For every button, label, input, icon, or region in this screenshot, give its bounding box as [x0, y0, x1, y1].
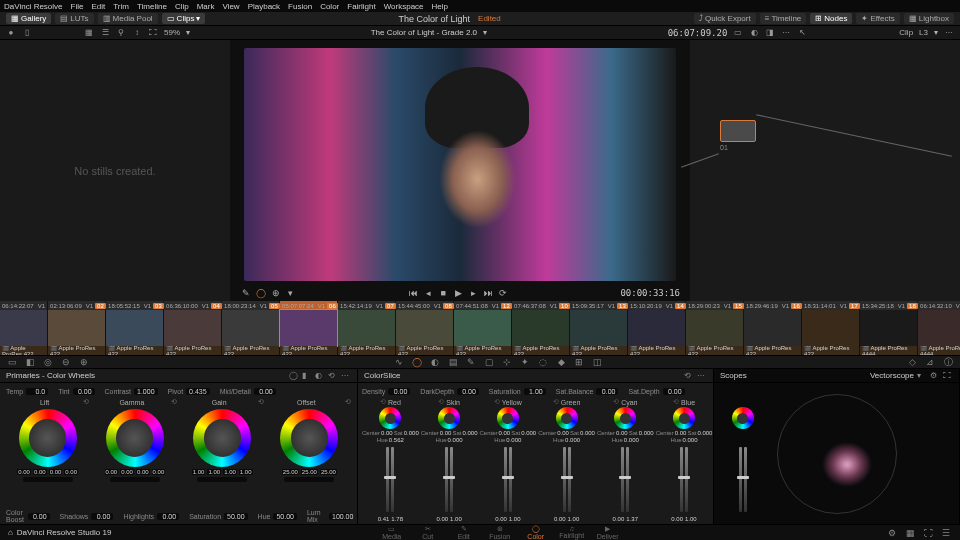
thumbnail-clip[interactable]: 07:44:51:08V112🎬 Apple ProRes 422 ...: [454, 301, 511, 355]
wheel-values[interactable]: 0.000.000.000.00: [17, 469, 78, 475]
chevron-down-icon[interactable]: ▾: [934, 28, 938, 37]
nodes-toggle[interactable]: ⊞Nodes: [810, 13, 852, 24]
slice-sat-value[interactable]: 1.00: [524, 388, 546, 395]
prev-frame-icon[interactable]: ◂: [423, 288, 434, 299]
monitor-icon[interactable]: ▭: [733, 28, 743, 38]
grade-title[interactable]: The Color of Light - Grade 2.0: [371, 28, 477, 37]
page-media[interactable]: ▭Media: [374, 524, 410, 540]
color-wheel[interactable]: [19, 409, 77, 467]
scope-settings-icon[interactable]: ⚙: [930, 371, 940, 381]
wheel-values[interactable]: 1.001.001.001.00: [192, 469, 253, 475]
gallery-toggle[interactable]: ▦Gallery: [6, 13, 51, 24]
luts-toggle[interactable]: ▤LUTs: [55, 13, 93, 24]
home-button[interactable]: ⌂ DaVinci Resolve Studio 19: [0, 528, 119, 537]
thumbnail-clip[interactable]: 06:14:22:07V1🎬 Apple ProRes 422 ...: [0, 301, 47, 355]
magic-icon[interactable]: ✦: [519, 356, 531, 368]
menu-file[interactable]: File: [71, 2, 84, 11]
page-cut[interactable]: ✂Cut: [410, 524, 446, 540]
reset-icon[interactable]: ⟲: [684, 371, 694, 381]
menu-clip[interactable]: Clip: [175, 2, 189, 11]
reset-icon[interactable]: ⟲: [380, 398, 386, 406]
thumbnail-clip[interactable]: 06:36:10:00V104🎬 Apple ProRes 422 ...: [164, 301, 221, 355]
thumbnail-clip[interactable]: 15:34:25:18V118🎬 Apple ProRes 4444: [860, 301, 917, 355]
thumbnail-clip[interactable]: 18:05:52:15V103🎬 Apple ProRes 422 ...: [106, 301, 163, 355]
page-deliver[interactable]: ▶Deliver: [590, 524, 626, 540]
key-icon[interactable]: ◆: [555, 356, 567, 368]
bars-mode-icon[interactable]: ▮: [302, 371, 312, 381]
node-editor[interactable]: 01: [690, 40, 960, 301]
tint-value[interactable]: 0.00: [73, 388, 95, 395]
slice-sliders[interactable]: [656, 443, 713, 516]
reset-icon[interactable]: ⟲: [83, 398, 89, 406]
reset-icon[interactable]: ⟲: [258, 398, 264, 406]
slice-center[interactable]: Center 0.00 Sat 0.000: [656, 430, 713, 436]
wheel-values[interactable]: 25.0025.0025.00: [282, 469, 337, 475]
reset-icon[interactable]: ⟲: [673, 398, 679, 406]
keyframe-icon[interactable]: ◇: [906, 356, 918, 368]
first-frame-icon[interactable]: ⏮: [408, 288, 419, 299]
rgb-icon[interactable]: ▤: [447, 356, 459, 368]
3d-icon[interactable]: ◫: [591, 356, 603, 368]
clips-toggle[interactable]: ▭Clips▾: [162, 13, 206, 24]
media-pool-toggle[interactable]: ▥Media Pool: [98, 13, 158, 24]
wheel-values[interactable]: 0.000.000.000.00: [105, 469, 166, 475]
more-icon[interactable]: ⋯: [781, 28, 791, 38]
play-icon[interactable]: ▶: [453, 288, 464, 299]
slice-center[interactable]: Center 0.00 Sat 0.000: [421, 430, 478, 436]
loop-icon[interactable]: ⟳: [498, 288, 509, 299]
density-value[interactable]: 0.00: [388, 388, 410, 395]
info-icon[interactable]: ⓘ: [942, 356, 954, 368]
sort-icon[interactable]: ↕: [132, 28, 142, 38]
menu-edit[interactable]: Edit: [91, 2, 105, 11]
node-1[interactable]: [720, 120, 756, 142]
slice-wheel[interactable]: [379, 407, 401, 429]
log-mode-icon[interactable]: ◐: [315, 371, 325, 381]
wheel-jog[interactable]: [197, 477, 247, 482]
chevron-down-icon[interactable]: ▾: [917, 371, 927, 381]
tracker-icon[interactable]: ⊹: [501, 356, 513, 368]
curves-icon[interactable]: ∿: [393, 356, 405, 368]
slice-bottom-values[interactable]: 0.001.00: [436, 516, 461, 522]
timeline-mode-icon[interactable]: ▭: [6, 356, 18, 368]
hue-value[interactable]: 50.00: [273, 513, 297, 520]
slice-center[interactable]: Center 0.00 Sat 0.000: [538, 430, 595, 436]
scope-mode[interactable]: Vectorscope: [870, 371, 914, 380]
project-settings-icon[interactable]: ⚙: [888, 528, 898, 538]
zoom-in-icon[interactable]: ⊕: [78, 356, 90, 368]
saturation-value[interactable]: 50.00: [224, 513, 248, 520]
effects-toggle[interactable]: ✦Effects: [856, 13, 899, 24]
record-icon[interactable]: ●: [6, 28, 16, 38]
thumbnail-clip[interactable]: 18:29:46:19V116🎬 Apple ProRes 422 ...: [744, 301, 801, 355]
menu-fairlight[interactable]: Fairlight: [347, 2, 375, 11]
menu-timeline[interactable]: Timeline: [137, 2, 167, 11]
menu-color[interactable]: Color: [320, 2, 339, 11]
timeline-toggle[interactable]: ≡Timeline: [760, 13, 807, 24]
pivot-value[interactable]: 0.435: [186, 388, 210, 395]
qualifier-icon[interactable]: ✎: [240, 288, 251, 299]
scopes-icon[interactable]: ⊿: [924, 356, 936, 368]
highlights-value[interactable]: 0.00: [157, 513, 179, 520]
thumbnail-clip[interactable]: 07:46:37:08V110🎬 Apple ProRes 422 ...: [512, 301, 569, 355]
openfx-icon[interactable]: ⊕: [270, 288, 281, 299]
wipe-icon[interactable]: ◨: [765, 28, 775, 38]
slice-center[interactable]: Center 0.00 Sat 0.000: [597, 430, 654, 436]
menu-trim[interactable]: Trim: [113, 2, 129, 11]
thumbnail-clip[interactable]: 18:00:23:14V105🎬 Apple ProRes 422 ...: [222, 301, 279, 355]
lummix-value[interactable]: 100.00: [329, 513, 351, 520]
menu-workspace[interactable]: Workspace: [384, 2, 424, 11]
slice-center[interactable]: Center 0.00 Sat 0.000: [362, 430, 419, 436]
grid-icon[interactable]: ▦: [84, 28, 94, 38]
temp-value[interactable]: 0.0: [26, 388, 48, 395]
window-icon[interactable]: ▢: [483, 356, 495, 368]
more-icon[interactable]: ⋯: [944, 28, 954, 38]
highlight-icon[interactable]: ◐: [749, 28, 759, 38]
menu-mark[interactable]: Mark: [197, 2, 215, 11]
blur-icon[interactable]: ◌: [537, 356, 549, 368]
wheels-mode-icon[interactable]: ◯: [289, 371, 299, 381]
page-edit[interactable]: ✎Edit: [446, 524, 482, 540]
reset-icon[interactable]: ⟲: [345, 398, 351, 406]
slice-bottom-values[interactable]: 0.411.78: [378, 516, 403, 522]
darkdepth-value[interactable]: 0.00: [457, 388, 479, 395]
color-wheel[interactable]: [106, 409, 164, 467]
thumbnail-clip[interactable]: 15:44:45:00V108🎬 Apple ProRes 422 ...: [396, 301, 453, 355]
